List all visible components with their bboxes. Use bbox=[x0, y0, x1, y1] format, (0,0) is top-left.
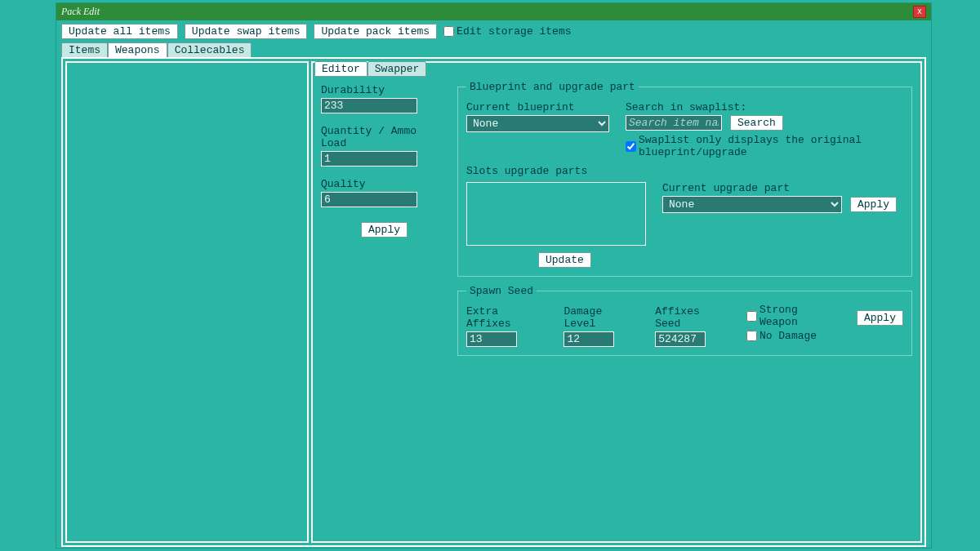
slots-upgrade-list[interactable] bbox=[466, 182, 646, 246]
subtab-editor[interactable]: Editor bbox=[314, 61, 368, 77]
quality-input[interactable] bbox=[321, 192, 417, 207]
subtab-swapper[interactable]: Swapper bbox=[368, 61, 427, 77]
content-area: Editor Swapper Durability Quantity / Amm… bbox=[61, 57, 926, 547]
swaplist-only-label: Swaplist only displays the original blue… bbox=[639, 134, 903, 158]
quantity-label: Quantity / Ammo Load bbox=[321, 125, 448, 149]
search-swaplist-input[interactable] bbox=[626, 115, 722, 131]
item-list-panel bbox=[65, 61, 309, 543]
slots-upgrade-label: Slots upgrade parts bbox=[466, 165, 903, 177]
extra-affixes-input[interactable] bbox=[466, 331, 517, 347]
update-swap-button[interactable]: Update swap items bbox=[185, 24, 308, 39]
editor-body: Durability Quantity / Ammo Load Quality … bbox=[313, 63, 920, 372]
search-swaplist-label: Search in swaplist: bbox=[626, 101, 903, 113]
blueprint-update-button[interactable]: Update bbox=[538, 252, 591, 268]
main-tabs: Items Weapons Collecables bbox=[56, 42, 931, 57]
current-upgrade-label: Current upgrade part bbox=[662, 182, 903, 194]
damage-level-label: Damage Level bbox=[564, 305, 639, 330]
upgrade-apply-button[interactable]: Apply bbox=[850, 197, 897, 212]
spawn-seed-legend: Spawn Seed bbox=[466, 285, 537, 297]
no-damage-wrap[interactable]: No Damage bbox=[746, 330, 840, 342]
tab-collecables[interactable]: Collecables bbox=[167, 42, 252, 57]
quantity-input[interactable] bbox=[321, 151, 417, 167]
extra-affixes-label: Extra Affixes bbox=[466, 305, 547, 330]
blueprint-column: Blueprint and upgrade part Current bluep… bbox=[457, 81, 912, 364]
tab-items[interactable]: Items bbox=[61, 42, 108, 57]
swaplist-only-wrap[interactable]: Swaplist only displays the original blue… bbox=[626, 134, 903, 158]
stats-apply-button[interactable]: Apply bbox=[361, 222, 408, 238]
edit-storage-checkbox-wrap[interactable]: Edit storage items bbox=[443, 25, 571, 38]
current-upgrade-select[interactable]: None bbox=[662, 196, 842, 213]
edit-storage-label: Edit storage items bbox=[457, 25, 571, 38]
spawn-seed-fieldset: Spawn Seed Extra Affixes Damage Level bbox=[457, 285, 912, 356]
strong-weapon-wrap[interactable]: Strong Weapon bbox=[746, 304, 840, 328]
blueprint-fieldset: Blueprint and upgrade part Current bluep… bbox=[457, 81, 912, 277]
close-icon[interactable]: x bbox=[913, 6, 926, 18]
editor-panel: Editor Swapper Durability Quantity / Amm… bbox=[311, 61, 922, 543]
search-button[interactable]: Search bbox=[730, 115, 783, 131]
quality-label: Quality bbox=[321, 178, 448, 190]
seed-apply-button[interactable]: Apply bbox=[857, 310, 903, 326]
edit-storage-checkbox[interactable] bbox=[443, 26, 454, 37]
blueprint-legend: Blueprint and upgrade part bbox=[466, 81, 639, 93]
strong-weapon-label: Strong Weapon bbox=[760, 304, 840, 328]
window-title: Pack Edit bbox=[61, 6, 100, 18]
swaplist-only-checkbox[interactable] bbox=[626, 141, 636, 152]
titlebar: Pack Edit x bbox=[56, 3, 931, 20]
no-damage-label: No Damage bbox=[760, 330, 817, 342]
stats-column: Durability Quantity / Ammo Load Quality … bbox=[321, 81, 448, 364]
durability-input[interactable] bbox=[321, 98, 417, 113]
strong-weapon-checkbox[interactable] bbox=[746, 311, 757, 322]
durability-label: Durability bbox=[321, 84, 448, 96]
damage-level-input[interactable] bbox=[564, 331, 614, 347]
toolbar: Update all items Update swap items Updat… bbox=[56, 20, 931, 41]
sub-tabs: Editor Swapper bbox=[314, 61, 426, 77]
update-all-button[interactable]: Update all items bbox=[61, 24, 178, 39]
tab-weapons[interactable]: Weapons bbox=[108, 42, 167, 57]
affixes-seed-label: Affixes Seed bbox=[655, 305, 730, 330]
no-damage-checkbox[interactable] bbox=[746, 331, 757, 341]
update-pack-button[interactable]: Update pack items bbox=[314, 24, 437, 39]
current-blueprint-label: Current blueprint bbox=[466, 101, 609, 113]
app-window: Pack Edit x Update all items Update swap… bbox=[56, 2, 932, 549]
current-blueprint-select[interactable]: None bbox=[466, 115, 609, 132]
affixes-seed-input[interactable] bbox=[655, 331, 706, 347]
